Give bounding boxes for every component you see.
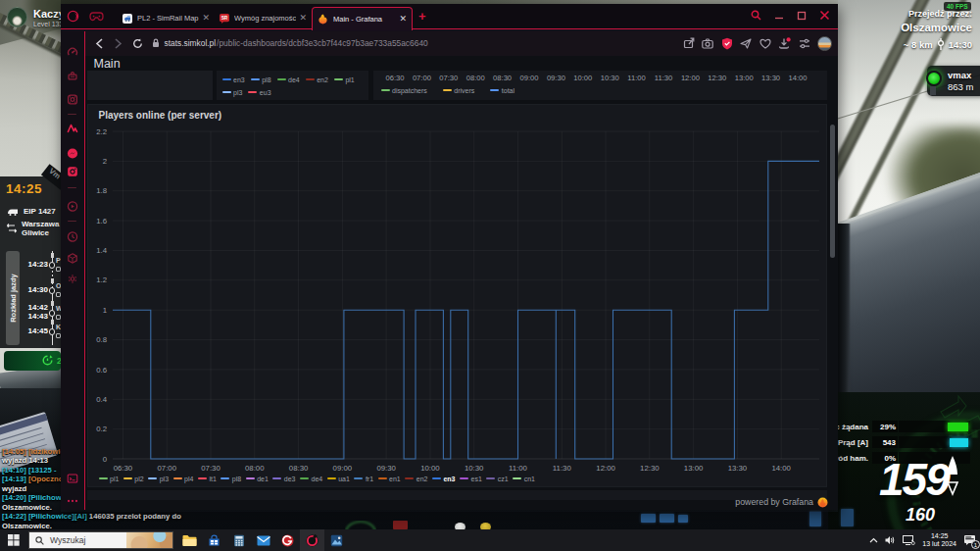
profile-avatar[interactable] [817,36,832,51]
legend-item-lt1[interactable]: lt1 [198,476,217,482]
legend-label: en3 [233,76,245,83]
history-icon[interactable] [67,230,77,241]
tab-pl2-simrail-map[interactable]: PL2 - SimRail Map✕ [118,8,215,29]
gx-corner-icon[interactable] [89,12,104,22]
tray-clock[interactable]: 14:25 13 lut 2024 [922,532,956,549]
next-speed-limit: 160 [906,505,935,526]
legend-item-cn1[interactable]: cn1 [513,476,535,482]
search-placeholder: Wyszukaj [50,535,85,545]
forward-icon[interactable] [114,38,122,49]
opera-gx-logo[interactable] [67,10,79,23]
instagram-icon[interactable] [67,166,77,176]
svg-text:08:30: 08:30 [288,463,308,472]
heart-icon[interactable] [760,38,771,49]
svg-text:07:30: 07:30 [201,463,220,472]
tab-wym-g-znajomo-ci-j-zyka[interactable]: SRWymóg znajomości języka✕ [215,8,312,29]
notification-center[interactable]: 1 [963,534,976,546]
tab-close-icon[interactable]: ✕ [399,15,407,24]
legend-label: de1 [257,476,269,482]
extensions-icon[interactable] [67,252,77,263]
start-button[interactable] [8,534,20,546]
legend-label: pl8 [262,76,270,83]
messenger-icon[interactable] [67,147,77,158]
legend-item-ua1[interactable]: ua1 [327,476,350,482]
search-icon[interactable] [751,10,761,21]
page-scrollbar[interactable] [830,125,835,258]
overflow-dots-icon[interactable] [67,499,77,503]
taskbar-app-calculator[interactable] [226,529,251,551]
share-icon[interactable] [683,37,695,49]
reload-icon[interactable] [132,38,143,49]
toolbar-actions [683,31,833,56]
tuner-icon[interactable] [799,38,810,49]
legend-item[interactable]: dispatchers [381,87,427,94]
legend-item[interactable]: en3 [222,76,245,83]
address-bar[interactable]: stats.simkol.pl/public-dashboards/dcbf3e… [152,38,428,48]
legend-item-de4[interactable]: de4 [300,476,322,482]
legend-item[interactable]: total [490,87,514,94]
legend-item-es1[interactable]: es1 [460,476,482,482]
legend-item-pl3[interactable]: pl3 [148,476,169,482]
send-icon[interactable] [740,38,752,49]
legend-item[interactable]: eu3 [248,89,270,96]
taskbar-app-mail[interactable] [251,529,275,551]
snapshot-icon[interactable] [702,38,713,49]
legend-item[interactable]: pl3 [222,89,243,96]
legend-item[interactable]: drivers [443,87,475,94]
pulse-icon[interactable] [67,123,77,133]
taskbar-app-photos[interactable] [324,529,349,551]
legend-item-pl1[interactable]: pl1 [99,476,120,482]
legend-item[interactable]: pl1 [334,76,355,83]
legend-item-en2[interactable]: en2 [405,476,427,482]
minimize-icon[interactable] [774,11,784,21]
speaker-icon[interactable] [885,535,896,545]
taskbar-app-operagx[interactable] [300,529,324,551]
close-icon[interactable] [819,10,830,21]
legend-item-fr1[interactable]: fr1 [354,476,373,482]
chat-segment: [Opoczno [28,475,63,483]
legend-item[interactable]: pl8 [251,76,271,83]
shield-icon[interactable] [721,37,733,50]
legend-item-pl8[interactable]: pl8 [220,476,241,482]
legend-item-cz1[interactable]: cz1 [486,476,508,482]
legend-swatch [490,89,499,92]
legend-swatch [334,78,343,81]
axis-tick-label: 13:00 [735,74,754,82]
tab-close-icon[interactable]: ✕ [202,14,210,23]
legend-item[interactable]: de4 [277,76,300,83]
taskbar-app-gbrowser[interactable] [275,529,300,551]
legend-item-pl2[interactable]: pl2 [123,476,144,482]
speed-dial-icon[interactable] [67,46,77,57]
players-online-chart[interactable]: 00.20.40.60.811.21.41.61.822.206:3007:00… [88,105,828,488]
maximize-icon[interactable] [797,11,807,21]
legend-label: pl4 [184,476,193,482]
back-icon[interactable] [95,38,104,49]
tab-main-grafana[interactable]: Main - Grafana✕ [312,7,413,30]
taskbar-app-explorer[interactable] [177,529,202,551]
new-tab-button[interactable]: + [418,11,426,23]
gx-cleaner-icon[interactable] [67,70,77,80]
tab-close-icon[interactable]: ✕ [299,14,307,23]
footer-text: powered by Grafana [735,497,813,507]
axis-tick-label: 11:00 [627,74,645,82]
legend-item-pl4[interactable]: pl4 [173,476,194,482]
legend-item-de3[interactable]: de3 [272,476,295,482]
next-station-name: Olszamowice [901,22,972,33]
legend-item-en1[interactable]: en1 [378,476,401,482]
legend-item-de1[interactable]: de1 [246,476,269,482]
timetable-tab[interactable]: Rozkład jazdy [6,251,20,345]
axis-tick-label: 07:00 [413,74,431,82]
taskbar-search[interactable]: Wyszukaj [28,531,173,549]
legend-item[interactable]: en2 [306,76,328,83]
player-icon[interactable] [67,200,77,211]
legend-swatch [148,477,157,480]
network-display-icon[interactable] [903,535,915,545]
axis-tick-label: 09:00 [519,74,538,82]
chevron-up-icon[interactable] [869,537,878,543]
gx-panel-icon[interactable] [67,473,77,483]
download-icon[interactable] [778,37,791,50]
legend-item-en3[interactable]: en3 [432,476,456,482]
settings-icon[interactable] [67,273,77,283]
taskbar-app-store[interactable] [202,529,226,551]
aria-icon[interactable] [67,93,77,104]
